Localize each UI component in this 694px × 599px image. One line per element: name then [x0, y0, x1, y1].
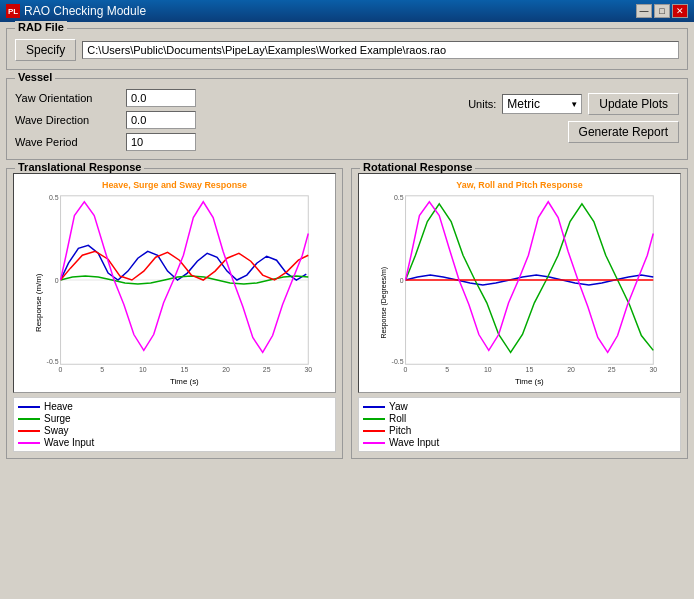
- minimize-button[interactable]: —: [636, 4, 652, 18]
- rotational-response-group: Rotational Response Yaw, Roll and Pitch …: [351, 168, 688, 459]
- translational-plot-svg: Heave, Surge and Sway Response Response …: [14, 174, 335, 392]
- pitch-label: Pitch: [389, 425, 411, 436]
- vessel-group: Vessel Yaw Orientation Wave Direction Wa…: [6, 78, 688, 160]
- svg-text:30: 30: [304, 366, 312, 373]
- wave-input-trans-line-icon: [18, 442, 40, 444]
- update-plots-button[interactable]: Update Plots: [588, 93, 679, 115]
- svg-text:Yaw, Roll and Pitch Response: Yaw, Roll and Pitch Response: [456, 180, 582, 190]
- units-select-wrapper: Metric Imperial: [502, 94, 582, 114]
- svg-text:10: 10: [484, 366, 492, 373]
- svg-text:25: 25: [608, 366, 616, 373]
- svg-text:15: 15: [181, 366, 189, 373]
- window-title: RAO Checking Module: [24, 4, 146, 18]
- wave-input-rot-label: Wave Input: [389, 437, 439, 448]
- yaw-orientation-input[interactable]: [126, 89, 196, 107]
- units-row: Units: Metric Imperial Update Plots: [468, 93, 679, 115]
- sway-label: Sway: [44, 425, 68, 436]
- svg-text:20: 20: [567, 366, 575, 373]
- translational-legend: Heave Surge Sway Wave Input: [13, 397, 336, 452]
- main-window: RAD File Specify Vessel Yaw Orientation …: [0, 22, 694, 599]
- surge-label: Surge: [44, 413, 71, 424]
- yaw-orientation-label: Yaw Orientation: [15, 92, 120, 104]
- yaw-label: Yaw: [389, 401, 408, 412]
- legend-item-sway: Sway: [18, 425, 331, 436]
- rao-file-row: Specify: [15, 39, 679, 61]
- rao-file-label: RAD File: [15, 21, 67, 33]
- rotational-plot-svg: Yaw, Roll and Pitch Response Response (D…: [359, 174, 680, 392]
- title-bar: PL RAO Checking Module — □ ✕: [0, 0, 694, 22]
- legend-item-heave: Heave: [18, 401, 331, 412]
- svg-text:0.5: 0.5: [394, 194, 404, 201]
- svg-text:-0.5: -0.5: [392, 358, 404, 365]
- svg-text:30: 30: [649, 366, 657, 373]
- legend-item-wave-input-trans: Wave Input: [18, 437, 331, 448]
- legend-item-roll: Roll: [363, 413, 676, 424]
- units-select[interactable]: Metric Imperial: [502, 94, 582, 114]
- rotational-legend: Yaw Roll Pitch Wave Input: [358, 397, 681, 452]
- generate-report-button[interactable]: Generate Report: [568, 121, 679, 143]
- pitch-line-icon: [363, 430, 385, 432]
- svg-text:10: 10: [139, 366, 147, 373]
- heave-line-icon: [18, 406, 40, 408]
- wave-period-input[interactable]: [126, 133, 196, 151]
- svg-text:20: 20: [222, 366, 230, 373]
- generate-report-row: Generate Report: [568, 121, 679, 143]
- svg-text:Response (m/m): Response (m/m): [34, 273, 43, 332]
- legend-item-yaw: Yaw: [363, 401, 676, 412]
- plots-row: Translational Response Heave, Surge and …: [6, 168, 688, 459]
- svg-text:Response (Degrees/m): Response (Degrees/m): [380, 267, 388, 339]
- sway-line-icon: [18, 430, 40, 432]
- legend-item-pitch: Pitch: [363, 425, 676, 436]
- svg-text:Time (s): Time (s): [170, 377, 199, 386]
- svg-text:Time (s): Time (s): [515, 377, 544, 386]
- translational-plot-area: Heave, Surge and Sway Response Response …: [13, 173, 336, 393]
- svg-text:-0.5: -0.5: [47, 358, 59, 365]
- roll-label: Roll: [389, 413, 406, 424]
- yaw-line-icon: [363, 406, 385, 408]
- file-path-input[interactable]: [82, 41, 679, 59]
- surge-line-icon: [18, 418, 40, 420]
- svg-text:0: 0: [404, 366, 408, 373]
- heave-label: Heave: [44, 401, 73, 412]
- roll-line-icon: [363, 418, 385, 420]
- close-button[interactable]: ✕: [672, 4, 688, 18]
- svg-text:0: 0: [400, 277, 404, 284]
- maximize-button[interactable]: □: [654, 4, 670, 18]
- translational-label: Translational Response: [15, 161, 144, 173]
- svg-text:25: 25: [263, 366, 271, 373]
- vessel-label: Vessel: [15, 71, 55, 83]
- wave-direction-input[interactable]: [126, 111, 196, 129]
- svg-text:15: 15: [526, 366, 534, 373]
- translational-response-group: Translational Response Heave, Surge and …: [6, 168, 343, 459]
- svg-text:0.5: 0.5: [49, 194, 59, 201]
- wave-period-label: Wave Period: [15, 136, 120, 148]
- app-icon: PL: [6, 4, 20, 18]
- units-label: Units:: [468, 98, 496, 110]
- wave-input-trans-label: Wave Input: [44, 437, 94, 448]
- legend-item-wave-input-rot: Wave Input: [363, 437, 676, 448]
- specify-button[interactable]: Specify: [15, 39, 76, 61]
- rao-file-group: RAD File Specify: [6, 28, 688, 70]
- vessel-fields: Yaw Orientation Wave Direction Wave Peri…: [15, 89, 196, 151]
- rotational-label: Rotational Response: [360, 161, 475, 173]
- wave-input-rot-line-icon: [363, 442, 385, 444]
- svg-text:Heave, Surge and Sway Response: Heave, Surge and Sway Response: [102, 180, 247, 190]
- wave-direction-label: Wave Direction: [15, 114, 120, 126]
- svg-text:0: 0: [55, 277, 59, 284]
- svg-text:5: 5: [100, 366, 104, 373]
- svg-text:0: 0: [59, 366, 63, 373]
- svg-text:5: 5: [445, 366, 449, 373]
- window-controls: — □ ✕: [636, 4, 688, 18]
- rotational-plot-area: Yaw, Roll and Pitch Response Response (D…: [358, 173, 681, 393]
- vessel-right: Units: Metric Imperial Update Plots Gene…: [468, 93, 679, 151]
- legend-item-surge: Surge: [18, 413, 331, 424]
